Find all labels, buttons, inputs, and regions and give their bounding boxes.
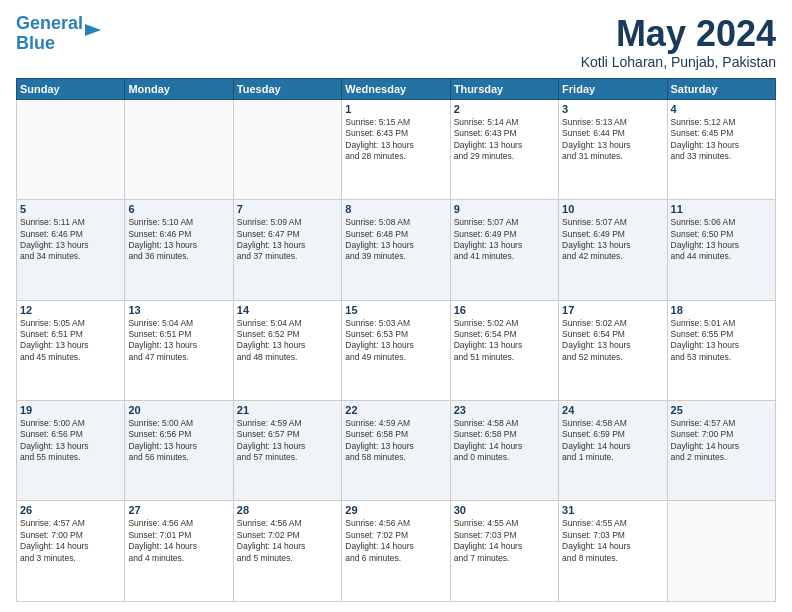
day-number: 1: [345, 103, 446, 115]
table-row: 27Sunrise: 4:56 AM Sunset: 7:01 PM Dayli…: [125, 501, 233, 602]
day-info: Sunrise: 5:02 AM Sunset: 6:54 PM Dayligh…: [562, 318, 663, 364]
calendar-week-row: 5Sunrise: 5:11 AM Sunset: 6:46 PM Daylig…: [17, 200, 776, 300]
day-number: 11: [671, 203, 772, 215]
col-sunday: Sunday: [17, 78, 125, 99]
col-wednesday: Wednesday: [342, 78, 450, 99]
day-number: 7: [237, 203, 338, 215]
day-number: 20: [128, 404, 229, 416]
table-row: 8Sunrise: 5:08 AM Sunset: 6:48 PM Daylig…: [342, 200, 450, 300]
table-row: 6Sunrise: 5:10 AM Sunset: 6:46 PM Daylig…: [125, 200, 233, 300]
day-info: Sunrise: 4:56 AM Sunset: 7:02 PM Dayligh…: [237, 518, 338, 564]
table-row: 21Sunrise: 4:59 AM Sunset: 6:57 PM Dayli…: [233, 401, 341, 501]
table-row: 25Sunrise: 4:57 AM Sunset: 7:00 PM Dayli…: [667, 401, 775, 501]
table-row: 10Sunrise: 5:07 AM Sunset: 6:49 PM Dayli…: [559, 200, 667, 300]
logo-arrow-icon: [85, 20, 105, 40]
table-row: [125, 99, 233, 199]
day-info: Sunrise: 4:57 AM Sunset: 7:00 PM Dayligh…: [671, 418, 772, 464]
col-saturday: Saturday: [667, 78, 775, 99]
day-number: 14: [237, 304, 338, 316]
day-number: 9: [454, 203, 555, 215]
calendar-week-row: 19Sunrise: 5:00 AM Sunset: 6:56 PM Dayli…: [17, 401, 776, 501]
calendar-table: Sunday Monday Tuesday Wednesday Thursday…: [16, 78, 776, 602]
calendar-week-row: 26Sunrise: 4:57 AM Sunset: 7:00 PM Dayli…: [17, 501, 776, 602]
col-thursday: Thursday: [450, 78, 558, 99]
table-row: 29Sunrise: 4:56 AM Sunset: 7:02 PM Dayli…: [342, 501, 450, 602]
day-info: Sunrise: 4:56 AM Sunset: 7:01 PM Dayligh…: [128, 518, 229, 564]
day-info: Sunrise: 5:02 AM Sunset: 6:54 PM Dayligh…: [454, 318, 555, 364]
day-info: Sunrise: 5:00 AM Sunset: 6:56 PM Dayligh…: [128, 418, 229, 464]
header-right: May 2024 Kotli Loharan, Punjab, Pakistan: [581, 14, 776, 70]
day-number: 8: [345, 203, 446, 215]
location-title: Kotli Loharan, Punjab, Pakistan: [581, 54, 776, 70]
day-info: Sunrise: 5:01 AM Sunset: 6:55 PM Dayligh…: [671, 318, 772, 364]
day-number: 31: [562, 504, 663, 516]
day-number: 26: [20, 504, 121, 516]
table-row: 28Sunrise: 4:56 AM Sunset: 7:02 PM Dayli…: [233, 501, 341, 602]
day-info: Sunrise: 5:07 AM Sunset: 6:49 PM Dayligh…: [454, 217, 555, 263]
logo: GeneralBlue: [16, 14, 105, 54]
day-number: 22: [345, 404, 446, 416]
table-row: 11Sunrise: 5:06 AM Sunset: 6:50 PM Dayli…: [667, 200, 775, 300]
day-info: Sunrise: 5:12 AM Sunset: 6:45 PM Dayligh…: [671, 117, 772, 163]
day-number: 18: [671, 304, 772, 316]
table-row: 14Sunrise: 5:04 AM Sunset: 6:52 PM Dayli…: [233, 300, 341, 400]
table-row: 23Sunrise: 4:58 AM Sunset: 6:58 PM Dayli…: [450, 401, 558, 501]
page: GeneralBlue May 2024 Kotli Loharan, Punj…: [0, 0, 792, 612]
table-row: [233, 99, 341, 199]
day-info: Sunrise: 4:58 AM Sunset: 6:59 PM Dayligh…: [562, 418, 663, 464]
table-row: 22Sunrise: 4:59 AM Sunset: 6:58 PM Dayli…: [342, 401, 450, 501]
day-info: Sunrise: 4:55 AM Sunset: 7:03 PM Dayligh…: [562, 518, 663, 564]
day-number: 30: [454, 504, 555, 516]
day-number: 23: [454, 404, 555, 416]
table-row: 9Sunrise: 5:07 AM Sunset: 6:49 PM Daylig…: [450, 200, 558, 300]
day-info: Sunrise: 4:59 AM Sunset: 6:57 PM Dayligh…: [237, 418, 338, 464]
day-info: Sunrise: 5:06 AM Sunset: 6:50 PM Dayligh…: [671, 217, 772, 263]
logo-text: GeneralBlue: [16, 14, 83, 54]
day-number: 16: [454, 304, 555, 316]
table-row: [17, 99, 125, 199]
table-row: 15Sunrise: 5:03 AM Sunset: 6:53 PM Dayli…: [342, 300, 450, 400]
col-friday: Friday: [559, 78, 667, 99]
day-info: Sunrise: 5:04 AM Sunset: 6:52 PM Dayligh…: [237, 318, 338, 364]
day-info: Sunrise: 5:07 AM Sunset: 6:49 PM Dayligh…: [562, 217, 663, 263]
day-info: Sunrise: 4:58 AM Sunset: 6:58 PM Dayligh…: [454, 418, 555, 464]
day-info: Sunrise: 5:00 AM Sunset: 6:56 PM Dayligh…: [20, 418, 121, 464]
day-info: Sunrise: 4:57 AM Sunset: 7:00 PM Dayligh…: [20, 518, 121, 564]
day-info: Sunrise: 5:04 AM Sunset: 6:51 PM Dayligh…: [128, 318, 229, 364]
day-info: Sunrise: 4:56 AM Sunset: 7:02 PM Dayligh…: [345, 518, 446, 564]
day-number: 19: [20, 404, 121, 416]
day-info: Sunrise: 5:10 AM Sunset: 6:46 PM Dayligh…: [128, 217, 229, 263]
day-number: 15: [345, 304, 446, 316]
day-number: 2: [454, 103, 555, 115]
col-monday: Monday: [125, 78, 233, 99]
table-row: 31Sunrise: 4:55 AM Sunset: 7:03 PM Dayli…: [559, 501, 667, 602]
day-number: 4: [671, 103, 772, 115]
calendar-week-row: 12Sunrise: 5:05 AM Sunset: 6:51 PM Dayli…: [17, 300, 776, 400]
day-number: 13: [128, 304, 229, 316]
day-number: 6: [128, 203, 229, 215]
day-info: Sunrise: 5:08 AM Sunset: 6:48 PM Dayligh…: [345, 217, 446, 263]
table-row: 26Sunrise: 4:57 AM Sunset: 7:00 PM Dayli…: [17, 501, 125, 602]
day-info: Sunrise: 5:09 AM Sunset: 6:47 PM Dayligh…: [237, 217, 338, 263]
day-info: Sunrise: 5:14 AM Sunset: 6:43 PM Dayligh…: [454, 117, 555, 163]
table-row: 4Sunrise: 5:12 AM Sunset: 6:45 PM Daylig…: [667, 99, 775, 199]
day-number: 24: [562, 404, 663, 416]
day-number: 5: [20, 203, 121, 215]
table-row: 30Sunrise: 4:55 AM Sunset: 7:03 PM Dayli…: [450, 501, 558, 602]
day-number: 21: [237, 404, 338, 416]
table-row: 1Sunrise: 5:15 AM Sunset: 6:43 PM Daylig…: [342, 99, 450, 199]
table-row: 17Sunrise: 5:02 AM Sunset: 6:54 PM Dayli…: [559, 300, 667, 400]
table-row: 13Sunrise: 5:04 AM Sunset: 6:51 PM Dayli…: [125, 300, 233, 400]
table-row: 3Sunrise: 5:13 AM Sunset: 6:44 PM Daylig…: [559, 99, 667, 199]
table-row: 5Sunrise: 5:11 AM Sunset: 6:46 PM Daylig…: [17, 200, 125, 300]
table-row: 20Sunrise: 5:00 AM Sunset: 6:56 PM Dayli…: [125, 401, 233, 501]
svg-marker-0: [85, 24, 101, 36]
day-number: 17: [562, 304, 663, 316]
day-number: 29: [345, 504, 446, 516]
table-row: 18Sunrise: 5:01 AM Sunset: 6:55 PM Dayli…: [667, 300, 775, 400]
calendar-week-row: 1Sunrise: 5:15 AM Sunset: 6:43 PM Daylig…: [17, 99, 776, 199]
day-info: Sunrise: 5:15 AM Sunset: 6:43 PM Dayligh…: [345, 117, 446, 163]
table-row: 2Sunrise: 5:14 AM Sunset: 6:43 PM Daylig…: [450, 99, 558, 199]
table-row: 16Sunrise: 5:02 AM Sunset: 6:54 PM Dayli…: [450, 300, 558, 400]
day-info: Sunrise: 5:05 AM Sunset: 6:51 PM Dayligh…: [20, 318, 121, 364]
